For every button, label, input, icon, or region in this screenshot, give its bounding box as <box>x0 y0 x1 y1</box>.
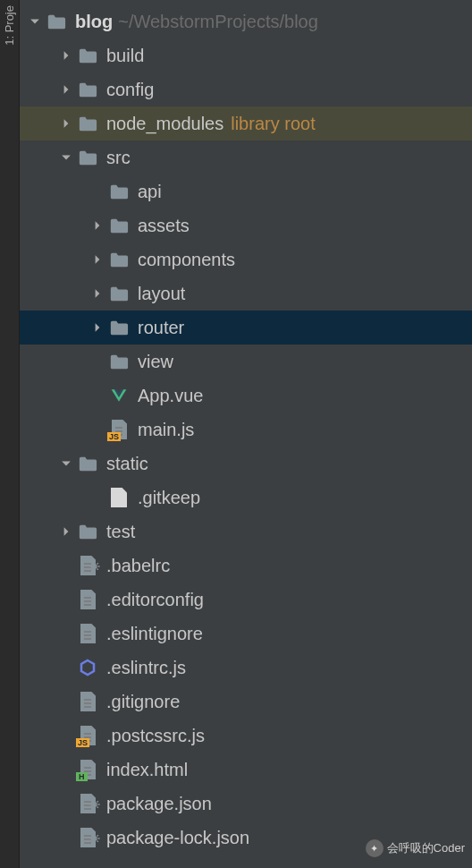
tree-row[interactable]: node_moduleslibrary root <box>20 106 472 140</box>
chevron-right-icon[interactable] <box>60 49 72 62</box>
tree-item-label: src <box>106 148 131 168</box>
tree-row[interactable]: Hindex.html <box>20 753 472 787</box>
html-file-icon: H <box>78 760 97 779</box>
config-file-icon <box>78 556 97 575</box>
watermark-text: 会呼吸的Coder <box>387 840 465 856</box>
svg-point-25 <box>93 803 97 806</box>
tree-item-label: test <box>106 522 135 542</box>
tree-item-label: layout <box>138 284 185 304</box>
tree-item-label: assets <box>138 216 190 236</box>
tree-row[interactable]: static <box>20 447 472 481</box>
tree-item-label: .gitkeep <box>138 488 200 508</box>
tree-row[interactable]: src <box>20 140 472 174</box>
tree-item-label: .editorconfig <box>106 590 204 610</box>
tree-item-label: build <box>106 46 144 66</box>
svg-point-29 <box>93 837 97 840</box>
tree-row[interactable]: .gitkeep <box>20 481 472 515</box>
tool-window-tab[interactable]: 1: Proje <box>0 0 20 868</box>
config-file-icon <box>78 692 97 711</box>
chevron-right-icon[interactable] <box>91 287 104 300</box>
tree-row[interactable]: .babelrc <box>20 549 472 583</box>
folder-icon <box>78 454 97 473</box>
folder-icon <box>78 46 97 65</box>
eslint-icon <box>78 658 97 677</box>
tree-row[interactable]: package.json <box>20 787 472 821</box>
tree-row[interactable]: components <box>20 243 472 277</box>
tree-item-label: .babelrc <box>106 556 170 576</box>
chevron-right-icon[interactable] <box>60 117 72 130</box>
chevron-down-icon[interactable] <box>29 15 41 28</box>
folder-icon <box>109 352 129 371</box>
config-file-icon <box>78 624 97 643</box>
tree-row[interactable]: JS.postcssrc.js <box>20 719 472 753</box>
tree-row[interactable]: layout <box>20 277 472 311</box>
file-icon <box>109 488 129 507</box>
tree-item-label: view <box>138 352 173 372</box>
tree-row[interactable]: JSmain.js <box>20 413 472 447</box>
folder-icon <box>46 12 66 31</box>
chevron-down-icon[interactable] <box>60 457 72 470</box>
tree-row[interactable]: .eslintignore <box>20 617 472 651</box>
tree-row[interactable]: api <box>20 174 472 208</box>
tree-item-label: package-lock.json <box>106 828 249 848</box>
chevron-right-icon[interactable] <box>91 219 104 232</box>
tree-item-label: .gitignore <box>106 692 180 712</box>
tree-row[interactable]: .eslintrc.js <box>20 651 472 685</box>
tool-window-tab-label: 1: Proje <box>3 5 16 46</box>
tree-item-label: .postcssrc.js <box>106 726 205 746</box>
project-tree: blog~/WebstormProjects/blogbuildconfigno… <box>20 4 472 855</box>
tree-row[interactable]: .editorconfig <box>20 583 472 617</box>
tree-item-label: blog <box>75 12 113 32</box>
tree-item-label: router <box>138 318 184 338</box>
library-root-hint: library root <box>231 114 315 134</box>
folder-icon <box>109 250 129 269</box>
tree-row[interactable]: assets <box>20 208 472 243</box>
chevron-right-icon[interactable] <box>91 253 104 266</box>
folder-icon <box>109 216 129 235</box>
chevron-right-icon[interactable] <box>60 525 72 538</box>
folder-icon <box>78 80 97 99</box>
chevron-right-icon[interactable] <box>60 83 72 96</box>
folder-icon <box>109 182 129 201</box>
wechat-icon: ✦ <box>366 839 384 857</box>
tree-item-label: components <box>138 250 235 270</box>
tree-item-label: node_modules <box>106 114 223 134</box>
chevron-down-icon[interactable] <box>60 151 72 164</box>
svg-point-6 <box>93 565 97 568</box>
vue-icon <box>109 386 129 405</box>
config-file-icon <box>78 828 97 847</box>
tree-item-label: package.json <box>106 794 212 814</box>
watermark: ✦ 会呼吸的Coder <box>366 839 465 857</box>
tree-item-label: index.html <box>106 760 188 780</box>
folder-icon <box>78 148 97 167</box>
tree-row[interactable]: view <box>20 345 472 379</box>
config-file-icon <box>78 590 97 609</box>
tree-item-label: api <box>138 182 162 202</box>
tree-item-label: main.js <box>138 420 194 440</box>
tree-item-label: config <box>106 80 154 100</box>
tree-row[interactable]: config <box>20 72 472 106</box>
tree-row[interactable]: .gitignore <box>20 685 472 719</box>
folder-icon <box>78 522 97 541</box>
js-file-icon: JS <box>109 420 129 439</box>
tree-row[interactable]: router <box>20 311 472 345</box>
tree-item-label: App.vue <box>138 386 203 406</box>
js-file-icon: JS <box>78 726 97 745</box>
tree-row[interactable]: test <box>20 515 472 549</box>
tree-row[interactable]: build <box>20 38 472 72</box>
folder-icon <box>109 284 129 303</box>
tree-item-label: static <box>106 454 148 474</box>
chevron-right-icon[interactable] <box>91 321 104 334</box>
config-file-icon <box>78 794 97 813</box>
tree-row[interactable]: blog~/WebstormProjects/blog <box>20 4 472 38</box>
folder-icon <box>109 318 129 337</box>
tree-item-label: .eslintignore <box>106 624 203 644</box>
folder-icon <box>78 114 97 133</box>
tree-row[interactable]: App.vue <box>20 379 472 413</box>
tree-item-label: .eslintrc.js <box>106 658 186 678</box>
tree-item-hint: ~/WebstormProjects/blog <box>118 12 318 32</box>
